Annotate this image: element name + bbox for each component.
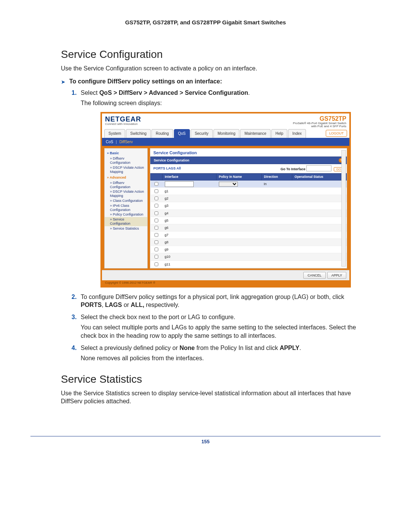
sidebar-item[interactable]: » DSCP Violate Action Mapping — [105, 165, 147, 174]
interface-table: InterfacePolicy In NameDirectionOperatio… — [150, 173, 347, 268]
tab-qos[interactable]: QoS — [174, 129, 190, 138]
select-all-checkbox[interactable] — [155, 182, 158, 186]
step1-suffix: . — [248, 89, 250, 96]
table-row: g3 — [151, 202, 347, 209]
sidebar: » Basic » Diffserv Configuration» DSCP V… — [104, 148, 148, 268]
row-checkbox[interactable] — [155, 255, 158, 259]
netgear-screenshot: NETGEAR Connect with Innovation GS752TP … — [100, 112, 351, 288]
panel-header: Service Configuration ? — [150, 157, 347, 164]
step1-nav-path: QoS > DiffServ > Advanced > Service Conf… — [99, 89, 248, 96]
filter-all[interactable]: All — [177, 166, 181, 170]
tab-maintenance[interactable]: Maintenance — [240, 129, 270, 138]
procedure-heading: ➤ To configure DiffServ policy settings … — [61, 78, 362, 85]
step-3: Select the check box next to the port or… — [72, 313, 362, 340]
goto-label: Go To Interface — [280, 167, 305, 171]
table-row: g9 — [151, 246, 347, 253]
row-checkbox[interactable] — [155, 204, 158, 208]
interface-input[interactable] — [165, 181, 194, 187]
section-title-service-stats: Service Statistics — [61, 373, 362, 385]
sidebar-item[interactable]: » Class Configuration — [105, 198, 147, 203]
sidebar-item[interactable]: » Service Statistics — [105, 226, 147, 231]
subnav-diffserv[interactable]: DiffServ — [119, 140, 133, 144]
interface-cell: g1 — [162, 188, 217, 195]
step-2: To configure DiffServ policy settings fo… — [72, 293, 362, 309]
row-checkbox[interactable] — [155, 233, 158, 237]
interface-cell: g7 — [162, 232, 217, 239]
row-checkbox[interactable] — [155, 197, 158, 200]
apply-button[interactable]: APPLY — [327, 272, 346, 279]
tab-security[interactable]: Security — [191, 129, 213, 138]
interface-cell: g11 — [162, 260, 217, 268]
interface-cell: g5 — [162, 217, 217, 224]
table-row: g4 — [151, 209, 347, 217]
row-checkbox[interactable] — [155, 219, 158, 222]
col-header: Policy In Name — [217, 173, 262, 180]
tab-routing[interactable]: Routing — [151, 129, 173, 138]
step1-after: The following screen displays: — [81, 99, 362, 107]
table-row: g6 — [151, 224, 347, 231]
main-panel: Service Configuration Service Configurat… — [150, 148, 347, 268]
step-1: Select QoS > DiffServ > Advanced > Servi… — [72, 89, 362, 288]
table-row: g11 — [151, 260, 347, 268]
filter-ports[interactable]: PORTS — [153, 166, 165, 170]
col-header: Operational Status — [292, 173, 347, 180]
tab-switching[interactable]: Switching — [126, 129, 151, 138]
tab-index[interactable]: Index — [288, 129, 306, 138]
sub-nav: CoS | DiffServ — [102, 138, 349, 146]
table-row: g8 — [151, 239, 347, 246]
triangle-bullet-icon: ➤ — [61, 79, 65, 85]
table-row: g2 — [151, 195, 347, 202]
sidebar-item[interactable]: » Service Configuration — [105, 217, 147, 226]
side-cat-basic[interactable]: » Basic — [105, 150, 147, 156]
row-checkbox[interactable] — [155, 240, 158, 244]
scrollbar[interactable] — [341, 150, 346, 266]
sidebar-item[interactable]: » DSCP Violate Action Mapping — [105, 189, 147, 198]
sidebar-item[interactable]: » Diffserv Configuration — [105, 156, 147, 165]
interface-cell: g6 — [162, 224, 217, 231]
interface-cell: g8 — [162, 239, 217, 246]
step1-prefix: Select — [81, 89, 99, 96]
sidebar-item[interactable]: » IPv6 Class Configuration — [105, 203, 147, 212]
goto-input[interactable] — [306, 165, 331, 171]
tab-help[interactable]: Help — [271, 129, 288, 138]
row-checkbox[interactable] — [155, 211, 158, 215]
table-row: g10 — [151, 253, 347, 260]
col-header: Direction — [261, 173, 292, 180]
side-cat-advanced[interactable]: » Advanced — [105, 174, 147, 181]
filter-lags[interactable]: LAGS — [166, 166, 176, 170]
subnav-cos[interactable]: CoS — [106, 140, 113, 144]
row-checkbox[interactable] — [155, 248, 158, 251]
tab-system[interactable]: System — [104, 129, 125, 138]
table-row: g5 — [151, 217, 347, 224]
panel-title: Service Configuration — [150, 149, 347, 157]
interface-cell: g10 — [162, 253, 217, 260]
copyright: Copyright © 1996-2012 NETGEAR ® — [102, 280, 349, 286]
section1-intro: Use the Service Configuration screen to … — [61, 64, 362, 73]
col-header: Interface — [162, 173, 217, 180]
row-checkbox[interactable] — [155, 189, 158, 193]
interface-cell: g9 — [162, 246, 217, 253]
interface-cell: g2 — [162, 195, 217, 202]
row-checkbox[interactable] — [155, 226, 158, 230]
direction-cell: In — [261, 181, 292, 188]
table-row: g7 — [151, 232, 347, 239]
doc-header: GS752TP, GS728TP, and GS728TPP Gigabit S… — [0, 19, 411, 26]
sidebar-item[interactable]: » Diffserv Configuration — [105, 181, 147, 190]
table-row: g1 — [151, 188, 347, 195]
main-tabs: SystemSwitchingRoutingQoSSecurityMonitor… — [102, 129, 349, 138]
section-title-service-config: Service Configuration — [61, 48, 362, 61]
interface-cell: g4 — [162, 209, 217, 217]
tab-monitoring[interactable]: Monitoring — [213, 129, 240, 138]
step-4: Select a previously defined policy or No… — [72, 344, 362, 363]
page-number: 155 — [0, 439, 411, 444]
page-rule — [30, 436, 381, 436]
logout-button[interactable]: LOGOUT — [326, 130, 347, 137]
sidebar-item[interactable]: » Policy Configuration — [105, 212, 147, 217]
cancel-button[interactable]: CANCEL — [303, 272, 326, 279]
row-checkbox[interactable] — [155, 262, 158, 266]
model-label: GS752TP ProSafe® 48-Port Gigabit Smart S… — [293, 116, 346, 128]
netgear-logo: NETGEAR Connect with Innovation — [105, 116, 141, 126]
policy-select[interactable] — [219, 182, 238, 187]
procedure-title: To configure DiffServ policy settings on… — [69, 78, 222, 85]
section2-intro: Use the Service Statistics screen to dis… — [61, 389, 362, 406]
